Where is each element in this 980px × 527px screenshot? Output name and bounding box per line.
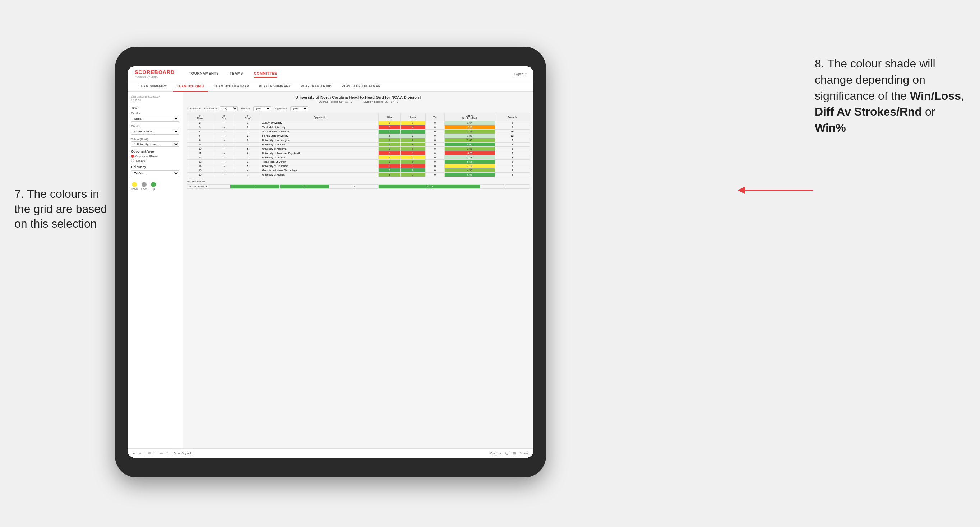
share-btn[interactable]: Share [519, 452, 528, 455]
cell-reg: - [213, 130, 235, 134]
tablet-frame: SCOREBOARD Powered by clippd TOURNAMENTS… [115, 47, 546, 478]
grid-content: University of North Carolina Head-to-Hea… [183, 92, 533, 448]
logo-area: SCOREBOARD Powered by clippd [135, 69, 175, 78]
sub-nav-player-h2h-heatmap[interactable]: PLAYER H2H HEATMAP [337, 81, 385, 92]
cell-loss: 1 [400, 121, 425, 125]
radio-dot-unselected [131, 159, 134, 162]
legend-down: Down [131, 182, 138, 190]
cell-tie: 0 [426, 147, 445, 151]
col-win: Win [379, 113, 401, 121]
col-loss: Loss [400, 113, 425, 121]
sidebar-team-label: Team [131, 106, 179, 110]
opponent-view-label: Opponent View [131, 150, 179, 153]
ood-cell-division: NCAA Division II [187, 184, 230, 189]
cell-win: 1 [379, 143, 401, 147]
cell-conf: 2 [235, 125, 260, 130]
cell-opponent: Auburn University [260, 121, 378, 125]
sidebar-gender-select[interactable]: Men's [131, 116, 179, 122]
cell-rank: 4 [187, 130, 213, 134]
region-select[interactable]: (All) [253, 106, 271, 111]
ood-cell-loss: 0 [280, 184, 329, 189]
dash-icon[interactable]: — [159, 452, 163, 455]
cell-tie: 0 [426, 173, 445, 177]
annotation-bold1: Win/Loss [910, 89, 961, 102]
sign-out-link[interactable]: | Sign out [512, 72, 526, 76]
table-row: 2 - 1 Auburn University 2 1 0 1.67 9 [187, 121, 530, 125]
sub-nav-team-h2h-heatmap[interactable]: TEAM H2H HEATMAP [210, 81, 253, 92]
cell-conf: 2 [235, 138, 260, 143]
ood-cell-rounds: 3 [480, 184, 530, 189]
cell-opponent: Georgia Institute of Technology [260, 168, 378, 173]
cell-rounds: 3 [495, 156, 530, 160]
col-rounds: Rounds [495, 113, 530, 121]
sub-nav-player-summary[interactable]: PLAYER SUMMARY [255, 81, 295, 92]
cell-diff: 2.33 [444, 156, 495, 160]
cell-loss: 1 [400, 173, 425, 177]
comment-icon[interactable]: 💬 [506, 452, 509, 455]
colour-by-label: Colour by [131, 165, 179, 169]
cell-diff: 1.83 [444, 134, 495, 138]
cell-tie: 0 [426, 151, 445, 156]
filter-opponent-label: Opponent [275, 107, 287, 110]
colour-by-select[interactable]: Win/loss [131, 170, 179, 176]
cell-conf: 2 [235, 134, 260, 138]
redo-icon[interactable]: ↪ [138, 452, 142, 455]
radio-dot-selected [131, 155, 134, 157]
radio-opponents-played[interactable]: Opponents Played [131, 155, 179, 158]
opponent-select[interactable]: (All) [290, 106, 308, 111]
cell-loss: 0 [400, 143, 425, 147]
sidebar-division-select[interactable]: NCAA Division I [131, 129, 179, 135]
table-row: 11 - 6 University of Arkansas, Fayettevi… [187, 151, 530, 156]
legend-level: Level [141, 182, 147, 190]
cell-win: 2 [379, 121, 401, 125]
sidebar-gender-label: Gender [131, 112, 179, 115]
col-tie: Tie [426, 113, 445, 121]
cell-opponent: Texas Tech University [260, 160, 378, 164]
cell-diff: 4.50 [444, 168, 495, 173]
cell-tie: 0 [426, 138, 445, 143]
sub-nav-player-h2h-grid[interactable]: PLAYER H2H GRID [296, 81, 336, 92]
grid-icon[interactable]: ⊞ [513, 452, 516, 455]
watch-btn[interactable]: Watch ▾ [490, 452, 502, 455]
cell-loss: 0 [400, 168, 425, 173]
sub-nav-team-summary[interactable]: TEAM SUMMARY [135, 81, 171, 92]
conference-select[interactable]: (All) [220, 106, 238, 111]
cell-tie: 0 [426, 134, 445, 138]
forward-icon[interactable]: › [145, 452, 145, 455]
table-row: 10 - 5 University of Alabama 3 0 0 2.61 … [187, 147, 530, 151]
cell-opponent: Florida State University [260, 134, 378, 138]
opponents-label: Opponents: [204, 107, 218, 110]
cell-diff: -2.29 [444, 125, 495, 130]
undo-icon[interactable]: ↩ [133, 452, 136, 455]
filter-region-label: Region [242, 107, 250, 110]
clock-icon[interactable]: ⏱ [165, 452, 169, 455]
cell-rounds: 2 [495, 143, 530, 147]
nav-teams[interactable]: TEAMS [229, 70, 243, 78]
cell-diff: 2.61 [444, 147, 495, 151]
sidebar-school-select[interactable]: 1. University of Nort... [131, 141, 179, 147]
cell-rounds: 9 [495, 168, 530, 173]
nav-committee[interactable]: COMMITTEE [254, 70, 277, 78]
cell-conf: 3 [235, 156, 260, 160]
sub-nav-team-h2h-grid[interactable]: TEAM H2H GRID [173, 81, 208, 92]
cell-opponent: University of Washington [260, 138, 378, 143]
cell-reg: - [213, 164, 235, 168]
cell-loss: 4 [400, 125, 425, 130]
table-row: 13 - 1 Texas Tech University 3 0 0 5.56 … [187, 160, 530, 164]
plus-icon[interactable]: ＋ [153, 451, 157, 456]
nav-tournaments[interactable]: TOURNAMENTS [189, 70, 219, 78]
legend-up: Up [151, 182, 156, 190]
radio-top100[interactable]: Top 100 [131, 159, 179, 162]
cell-rounds: 3 [495, 164, 530, 168]
cell-reg: - [213, 173, 235, 177]
cell-diff: 1.67 [444, 121, 495, 125]
cell-loss: 0 [400, 160, 425, 164]
cell-opponent: University of Oklahoma [260, 164, 378, 168]
cell-conf: 1 [235, 130, 260, 134]
cell-rank: 13 [187, 160, 213, 164]
cell-rounds: 3 [495, 151, 530, 156]
view-original-btn[interactable]: View: Original [172, 451, 193, 456]
ood-cell-win: 1 [230, 184, 280, 189]
copy-icon[interactable]: ⧉ [148, 451, 151, 455]
cell-win: 3 [379, 160, 401, 164]
